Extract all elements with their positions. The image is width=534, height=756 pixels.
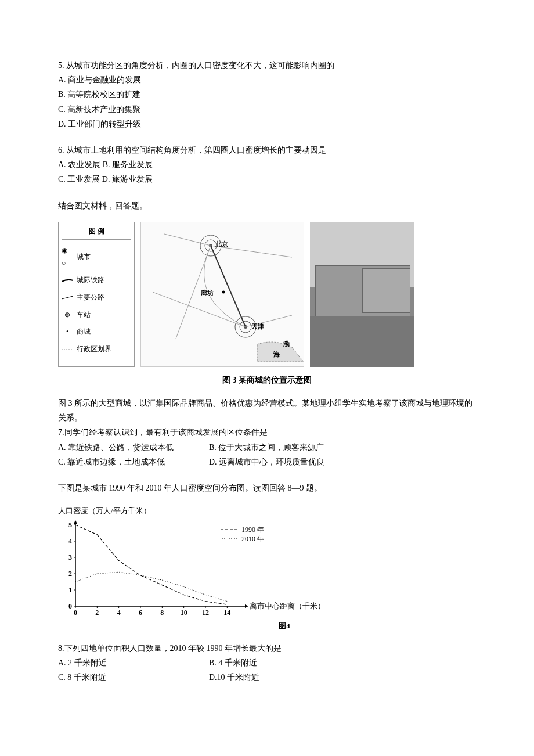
- svg-text:0: 0: [68, 602, 72, 610]
- svg-text:10: 10: [181, 609, 187, 617]
- intro-text-2: 下图是某城市 1990 年和 2010 年人口密度空间分布图。读图回答 8—9 …: [58, 481, 476, 495]
- q5-option-b: B. 高等院校校区的扩建: [58, 87, 476, 102]
- q8-option-a: A. 2 千米附近: [58, 656, 209, 670]
- question-5: 5. 从城市功能分区的角度分析，内圈的人口密度变化不大，这可能影响内圈的 A. …: [58, 58, 476, 131]
- svg-text:2010 年: 2010 年: [241, 535, 264, 543]
- chart-svg: 01234502468101214离市中心距离（千米）1990 年2010 年: [58, 519, 337, 618]
- svg-text:0: 0: [74, 609, 77, 617]
- q8-option-c: C. 8 千米附近: [58, 670, 209, 685]
- map-label-bohai: 渤: [283, 339, 290, 350]
- q7-row1: A. 靠近铁路、公路，货运成本低 B. 位于大城市之间，顾客来源广: [58, 440, 476, 455]
- svg-text:1: 1: [68, 586, 72, 594]
- q8-row2: C. 8 千米附近 D.10 千米附近: [58, 670, 476, 685]
- photo-image: [310, 222, 414, 367]
- legend-item-rail: 城际铁路: [62, 274, 131, 287]
- q8-option-b: B. 4 千米附近: [209, 656, 257, 670]
- q7-option-a: A. 靠近铁路、公路，货运成本低: [58, 440, 209, 455]
- q7-row2: C. 靠近城市边缘，土地成本低 D. 远离城市中心，环境质量优良: [58, 455, 476, 469]
- svg-text:4: 4: [68, 537, 72, 545]
- map-label-langfang: 廊坊: [201, 287, 214, 299]
- legend-item-mall: • 商城: [62, 326, 131, 339]
- svg-text:2: 2: [95, 609, 99, 617]
- legend-title: 图 例: [62, 225, 131, 240]
- svg-text:2: 2: [68, 570, 72, 578]
- legend-station-label: 车站: [77, 309, 91, 322]
- station-icon: ⊛: [62, 309, 73, 322]
- q7-option-b: B. 位于大城市之间，顾客来源广: [209, 440, 324, 455]
- svg-text:14: 14: [223, 609, 230, 617]
- map-label-hai: 海: [273, 349, 280, 361]
- question-7: 7.同学们经考察认识到，最有利于该商城发展的区位条件是 A. 靠近铁路、公路，货…: [58, 425, 476, 469]
- q5-option-c: C. 高新技术产业的集聚: [58, 102, 476, 117]
- legend-boundary-label: 行政区划界: [77, 343, 111, 356]
- legend-city-label: 城市: [77, 251, 91, 264]
- svg-text:1990 年: 1990 年: [241, 525, 264, 534]
- city-icon: ◉ ○: [62, 244, 73, 269]
- road-icon: [62, 296, 73, 300]
- figure-4: 人口密度（万人/平方千米） 01234502468101214离市中心距离（千米…: [58, 504, 476, 632]
- map-legend: 图 例 ◉ ○ 城市 城际铁路 主要公路 ⊛ 车站: [58, 222, 135, 367]
- q5-option-d: D. 工业部门的转型升级: [58, 117, 476, 131]
- svg-text:12: 12: [202, 609, 209, 617]
- map-image: 北京 廊坊 天津 渤 海: [140, 222, 304, 367]
- q8-text: 8.下列四地单位面积人口数量，2010 年较 1990 年增长最大的是: [58, 641, 476, 656]
- q6-options-row1: A. 农业发展 B. 服务业发展: [58, 157, 476, 172]
- q6-options-row2: C. 工业发展 D. 旅游业发展: [58, 172, 476, 186]
- boundary-icon: [62, 348, 73, 351]
- svg-text:3: 3: [68, 553, 72, 561]
- q8-row1: A. 2 千米附近 B. 4 千米附近: [58, 656, 476, 670]
- legend-rail-label: 城际铁路: [77, 274, 104, 287]
- figure-3-desc: 图 3 所示的大型商城，以汇集国际品牌商品、价格优惠为经营模式。某地理小组学生实…: [58, 396, 476, 425]
- q5-option-a: A. 商业与金融业的发展: [58, 73, 476, 87]
- figure-4-caption: 图4: [93, 619, 476, 632]
- svg-text:8: 8: [160, 609, 164, 617]
- q7-option-c: C. 靠近城市边缘，土地成本低: [58, 455, 209, 469]
- q7-option-d: D. 远离城市中心，环境质量优良: [209, 455, 324, 469]
- svg-text:离市中心距离（千米）: 离市中心距离（千米）: [250, 602, 325, 610]
- q6-text: 6. 从城市土地利用的空间结构角度分析，第四圈人口密度增长的主要动因是: [58, 143, 476, 157]
- legend-item-city: ◉ ○ 城市: [62, 244, 131, 269]
- q8-option-d: D.10 千米附近: [209, 670, 259, 685]
- q7-text: 7.同学们经考察认识到，最有利于该商城发展的区位条件是: [58, 425, 476, 440]
- q6-option-a: A. 农业发展: [58, 160, 100, 169]
- legend-item-boundary: 行政区划界: [62, 343, 131, 356]
- mall-icon: •: [62, 326, 73, 339]
- figure-3: 图 例 ◉ ○ 城市 城际铁路 主要公路 ⊛ 车站: [58, 222, 476, 387]
- svg-text:5: 5: [68, 521, 72, 529]
- q5-text: 5. 从城市功能分区的角度分析，内圈的人口密度变化不大，这可能影响内圈的: [58, 58, 476, 73]
- question-6: 6. 从城市土地利用的空间结构角度分析，第四圈人口密度增长的主要动因是 A. 农…: [58, 143, 476, 187]
- svg-text:4: 4: [117, 609, 121, 617]
- svg-point-6: [222, 290, 225, 293]
- legend-item-station: ⊛ 车站: [62, 309, 131, 322]
- q6-option-d: D. 旅游业发展: [102, 175, 153, 183]
- legend-item-road: 主要公路: [62, 291, 131, 304]
- question-8: 8.下列四地单位面积人口数量，2010 年较 1990 年增长最大的是 A. 2…: [58, 641, 476, 685]
- chart-y-title: 人口密度（万人/平方千米）: [58, 504, 476, 517]
- rail-icon: [62, 279, 73, 282]
- q6-option-b: B. 服务业发展: [103, 160, 153, 169]
- map-label-beijing: 北京: [215, 239, 228, 250]
- q6-option-c: C. 工业发展: [58, 175, 100, 183]
- figure-3-caption: 图 3 某商城的位置示意图: [58, 373, 476, 387]
- map-label-tianjin: 天津: [251, 321, 264, 333]
- figure-3-row: 图 例 ◉ ○ 城市 城际铁路 主要公路 ⊛ 车站: [58, 222, 476, 367]
- svg-text:6: 6: [139, 609, 142, 617]
- legend-mall-label: 商城: [77, 326, 91, 339]
- intro-text-1: 结合图文材料，回答题。: [58, 199, 476, 213]
- legend-road-label: 主要公路: [77, 291, 104, 304]
